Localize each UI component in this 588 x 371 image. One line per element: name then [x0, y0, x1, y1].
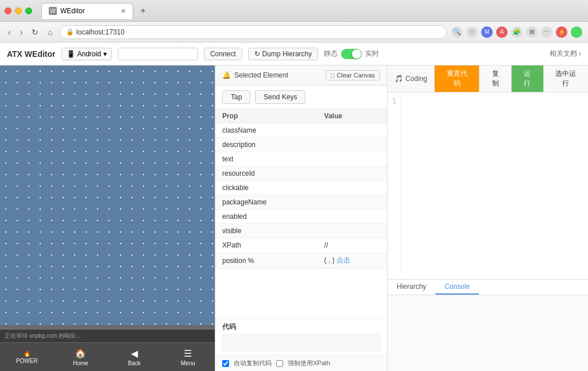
mode-realtime-label: 实时 — [365, 49, 379, 59]
nav-item-menu[interactable]: ☰ Menu — [161, 348, 215, 366]
menu-icon[interactable]: ⋯ — [541, 26, 552, 38]
hierarchy-tab[interactable]: Hierarchy — [388, 280, 435, 295]
code-section: 代码 — [215, 318, 387, 355]
run-button[interactable]: 运行 — [511, 65, 543, 92]
selected-element-text: Selected Element — [234, 71, 288, 79]
prop-value — [318, 195, 387, 210]
code-content[interactable] — [406, 97, 583, 275]
prop-col-header: Prop — [215, 109, 318, 123]
search-icon[interactable]: 🔍 — [451, 26, 463, 38]
dump-hierarchy-button[interactable]: ↻ Dump Hierarchy — [248, 48, 319, 60]
click-link[interactable]: 点击 — [336, 256, 350, 264]
nav-item-home[interactable]: 🏠 Home — [54, 348, 108, 366]
extensions-icon[interactable]: 🧩 — [511, 26, 523, 38]
copy-button[interactable]: 复制 — [479, 65, 511, 92]
tab-close-button[interactable]: ✕ — [121, 7, 126, 15]
prop-name: resourceId — [215, 167, 318, 181]
table-row: className — [215, 123, 387, 138]
home-icon: 🏠 — [75, 348, 86, 359]
nav-item-back[interactable]: ◀ Back — [107, 348, 161, 366]
prop-name: packageName — [215, 195, 318, 210]
forward-button[interactable]: › — [18, 26, 25, 38]
prop-value — [318, 181, 387, 195]
prop-value — [318, 138, 387, 152]
toggle-knob — [352, 49, 361, 59]
profile-icon-red[interactable]: A — [496, 26, 508, 38]
code-editor[interactable]: 1 — [388, 92, 588, 279]
platform-select[interactable]: 📱 Android ▾ — [61, 48, 112, 60]
coding-header: 🎵 Coding 重置代码 复制 运行 选中运行 — [388, 65, 588, 92]
back-button[interactable]: ‹ — [6, 26, 13, 38]
power-addon-icon[interactable]: ⚡ — [556, 26, 567, 38]
prop-value — [318, 152, 387, 167]
maximize-button[interactable] — [25, 7, 32, 14]
properties-panel: 🔔 Selected Element □ Clear Canvas Tap Se… — [215, 65, 388, 371]
new-tab-button[interactable]: + — [136, 3, 150, 18]
address-icons: 🔍 ☆ M A 🧩 ⊞ ⋯ ⚡ — [451, 26, 582, 38]
back-icon: ◀ — [131, 348, 138, 359]
prop-value[interactable]: ( , ) 点击 — [318, 253, 387, 269]
code-area[interactable] — [222, 334, 380, 351]
traffic-lights — [5, 7, 32, 14]
title-bar: W WEditor ✕ + — [0, 0, 588, 22]
force-xpath-checkbox[interactable] — [276, 360, 283, 367]
mode-toggle[interactable] — [341, 49, 362, 59]
prop-value — [318, 123, 387, 138]
browser-tab-weditor[interactable]: W WEditor ✕ — [41, 3, 133, 19]
notification-icon: 🔔 — [222, 71, 231, 79]
run-selected-button[interactable]: 选中运行 — [543, 65, 588, 92]
value-col-header: Value — [318, 109, 387, 123]
nav-back-label: Back — [128, 360, 141, 366]
nav-item-power[interactable]: 🔥 POWER — [0, 350, 54, 364]
action-buttons: Tap Send Keys — [215, 86, 387, 109]
clear-canvas-checkbox: □ — [331, 72, 335, 79]
nav-home-label: Home — [73, 360, 88, 366]
selected-label: 🔔 Selected Element — [222, 71, 288, 79]
green-status-icon[interactable] — [571, 26, 582, 38]
close-button[interactable] — [5, 7, 11, 14]
auto-copy-checkbox[interactable] — [222, 360, 229, 367]
coding-panel: 🎵 Coding 重置代码 复制 运行 选中运行 1 Hierarchy Con… — [388, 65, 588, 371]
minimize-button[interactable] — [15, 7, 22, 14]
grid-icon[interactable]: ⊞ — [526, 26, 537, 38]
chevron-down-icon: ▾ — [103, 50, 107, 58]
clear-canvas-label: Clear Canvas — [336, 72, 375, 79]
prop-name: visible — [215, 224, 318, 238]
table-row: clickable — [215, 181, 387, 195]
device-screen-bg — [0, 65, 215, 325]
refresh-button[interactable]: ↻ — [29, 26, 41, 38]
table-row: XPath// — [215, 238, 387, 253]
url-bar[interactable]: 🔒 localhost:17310 — [60, 25, 447, 39]
profile-icon-blue[interactable]: M — [481, 26, 493, 38]
connect-button[interactable]: Connect — [204, 48, 242, 60]
status-bar: 正在等待 unpkg.com 的响应... — [0, 330, 215, 342]
console-tab[interactable]: Console — [435, 280, 479, 295]
properties-table: Prop Value classNamedescriptiontextresou… — [215, 109, 387, 318]
status-text: 正在等待 unpkg.com 的响应... — [5, 333, 81, 339]
reset-code-button[interactable]: 重置代码 — [434, 65, 479, 92]
send-keys-button[interactable]: Send Keys — [255, 90, 305, 104]
bottom-panels: Hierarchy Console — [388, 279, 588, 371]
doc-link[interactable]: 相关文档 › — [550, 49, 581, 59]
power-icon: 🔥 — [24, 350, 30, 357]
prop-value — [318, 167, 387, 181]
app-toolbar: ATX WEditor 📱 Android ▾ Connect ↻ Dump H… — [0, 42, 588, 65]
home-button[interactable]: ⌂ — [45, 26, 55, 38]
table-row: packageName — [215, 195, 387, 210]
tap-button[interactable]: Tap — [222, 90, 250, 104]
prop-name: className — [215, 123, 318, 138]
platform-label: Android — [78, 50, 101, 58]
lock-icon: 🔒 — [66, 28, 74, 36]
coding-actions: 重置代码 复制 运行 选中运行 — [434, 65, 588, 92]
bookmark-icon[interactable]: ☆ — [466, 26, 478, 38]
prop-name: text — [215, 152, 318, 167]
selected-element-header: 🔔 Selected Element □ Clear Canvas — [215, 65, 387, 86]
table-row: text — [215, 152, 387, 167]
device-input[interactable] — [118, 48, 198, 60]
coding-tab[interactable]: 🎵 Coding — [388, 70, 434, 87]
clear-canvas-button[interactable]: □ Clear Canvas — [326, 70, 380, 80]
coding-tab-label: Coding — [405, 75, 427, 83]
table-row: description — [215, 138, 387, 152]
table-row: resourceId — [215, 167, 387, 181]
force-xpath-label: 强制使用XPath — [288, 359, 330, 368]
